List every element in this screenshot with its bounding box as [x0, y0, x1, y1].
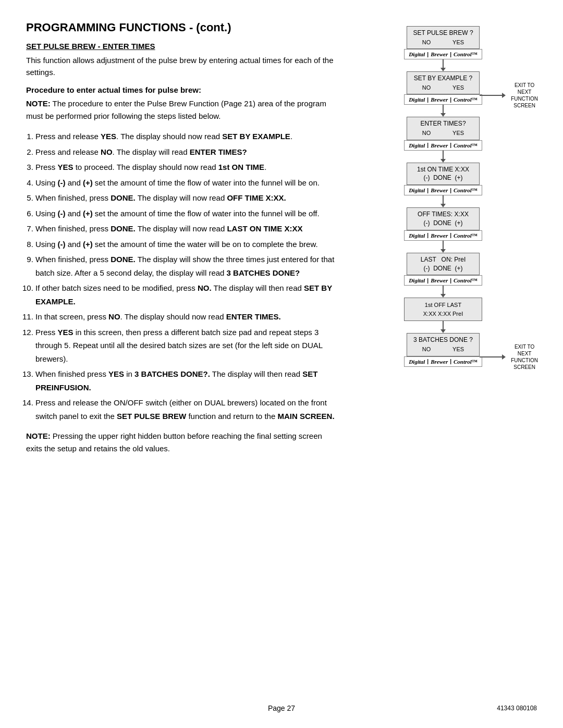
- brand-c-3: Control™: [454, 142, 478, 149]
- step-2: Press and release NO. The display will r…: [35, 145, 339, 159]
- page-number: Page 27: [268, 704, 295, 712]
- brand-d-2: Digital: [409, 96, 425, 103]
- step-7: When finished, press DONE. The display w…: [35, 222, 339, 236]
- brand-b-6: Brewer: [431, 277, 448, 283]
- fc-display-5: Digital | Brewer | Control™: [404, 230, 482, 241]
- fc-no-1: NO: [422, 39, 431, 46]
- brand-c-6: Control™: [454, 277, 478, 283]
- arrow-1: [440, 59, 446, 71]
- fc-label-4: 1st ON TIME X:XX: [411, 165, 475, 174]
- fc-unit-2: SET BY EXAMPLE ? NO YES Digital | Brewer…: [404, 71, 482, 105]
- arrow-4: [440, 195, 446, 207]
- brand-c-4: Control™: [454, 187, 478, 193]
- brand-d-6: Digital: [409, 277, 425, 283]
- fc-box-set-by-example: SET BY EXAMPLE ? NO YES: [407, 71, 480, 94]
- left-column: PROGRAMMING FUNCTIONS - (cont.) SET PULS…: [26, 21, 349, 455]
- fc-unit-5: OFF TIMES: X:XX (-) DONE (+) Digital | B…: [404, 207, 482, 241]
- fc-label-7: 3 BATCHES DONE ?: [411, 336, 475, 344]
- fc-no-3: NO: [422, 129, 431, 137]
- fc-yes-1: YES: [452, 39, 464, 46]
- brand-d-5: Digital: [409, 232, 425, 239]
- brand-c-2: Control™: [454, 96, 478, 103]
- step-9: When finished, press DONE. The display w…: [35, 253, 339, 279]
- doc-number: 41343 080108: [497, 705, 537, 712]
- note-block: NOTE: The procedure to enter the Pulse B…: [26, 97, 339, 122]
- fc-unit-1: SET PULSE BREW ? NO YES Digital | Brewer…: [404, 26, 482, 59]
- step-12: Press YES in this screen, then press a d…: [35, 326, 339, 366]
- arrow-3: [440, 151, 446, 163]
- fc-summary-line2: X:XX X:XX PreI: [410, 310, 476, 318]
- fc-box-1st-on-time: 1st ON TIME X:XX (-) DONE (+): [407, 163, 480, 186]
- fc-box-enter-times: ENTER TIMES? NO YES: [407, 117, 480, 140]
- brand-d-3: Digital: [409, 142, 425, 149]
- page-footer: Page 27 41343 080108: [0, 704, 563, 712]
- fc-box-off-times: OFF TIMES: X:XX (-) DONE (+): [407, 207, 480, 230]
- fc-box-3-batches: 3 BATCHES DONE ? NO YES: [407, 333, 480, 356]
- brand-c-1: Control™: [454, 51, 478, 57]
- fc-unit-7-wrapper: 3 BATCHES DONE ? NO YES Digital | Brewer…: [404, 333, 482, 366]
- brand-d-7: Digital: [409, 359, 425, 365]
- arrow-7: [440, 321, 446, 333]
- brand-b-1: Brewer: [431, 51, 448, 57]
- brand-b-5: Brewer: [431, 232, 448, 239]
- page-title: PROGRAMMING FUNCTIONS - (cont.): [26, 21, 339, 34]
- fc-unit-3: ENTER TIMES? NO YES Digital | Brewer | C…: [404, 117, 482, 150]
- fc-unit-summary: 1st OFF LAST X:XX X:XX PreI: [404, 298, 482, 321]
- fc-no-7: NO: [422, 346, 431, 353]
- note-text: The procedure to enter the Pulse Brew Fu…: [26, 99, 326, 120]
- arrow-2: [440, 105, 446, 117]
- exit-label-2: EXIT TONEXT FUNCTIONSCREEN: [508, 82, 541, 109]
- fc-unit-4: 1st ON TIME X:XX (-) DONE (+) Digital | …: [404, 163, 482, 196]
- note-label: NOTE:: [26, 99, 51, 108]
- step-6: Using (-) and (+) set the amount of time…: [35, 207, 339, 220]
- brand-d-4: Digital: [409, 187, 425, 193]
- steps-list: Press and release YES. The display shoul…: [35, 130, 339, 423]
- fc-display-6: Digital | Brewer | Control™: [404, 275, 482, 286]
- step-14: Press and release the ON/OFF switch (eit…: [35, 396, 339, 423]
- fc-label-5: OFF TIMES: X:XX: [411, 210, 475, 219]
- fc-box-set-pulse-brew: SET PULSE BREW ? NO YES: [407, 26, 480, 49]
- step-4: Using (-) and (+) set the amount of time…: [35, 176, 339, 190]
- brand-d-1: Digital: [409, 51, 425, 57]
- fc-box-last-on: LAST ON: PreI (-) DONE (+): [407, 253, 480, 276]
- fc-controls-6: (-) DONE (+): [411, 264, 475, 273]
- step-1: Press and release YES. The display shoul…: [35, 130, 339, 143]
- step-10: If other batch sizes need to be modified…: [35, 281, 339, 308]
- fc-label-1: SET PULSE BREW ?: [411, 29, 475, 38]
- fc-unit-7: 3 BATCHES DONE ? NO YES Digital | Brewer…: [404, 333, 482, 366]
- fc-label-2: SET BY EXAMPLE ?: [411, 74, 475, 83]
- brand-b-2: Brewer: [431, 96, 448, 103]
- fc-summary-box: 1st OFF LAST X:XX X:XX PreI: [404, 298, 482, 321]
- arrow-6: [440, 286, 446, 298]
- arrow-5: [440, 241, 446, 253]
- fc-yes-2: YES: [452, 84, 464, 92]
- fc-controls-5: (-) DONE (+): [411, 219, 475, 228]
- step-13: When finished press YES in 3 BATCHES DON…: [35, 367, 339, 394]
- procedure-title: Procedure to enter actual times for puls…: [26, 85, 339, 94]
- fc-yes-7: YES: [452, 346, 464, 353]
- brand-b-4: Brewer: [431, 187, 448, 193]
- right-column: SET PULSE BREW ? NO YES Digital | Brewer…: [349, 21, 537, 455]
- flowchart: SET PULSE BREW ? NO YES Digital | Brewer…: [349, 26, 537, 367]
- fc-yes-3: YES: [452, 129, 464, 137]
- fc-no-2: NO: [422, 84, 431, 92]
- exit-label-7: EXIT TONEXT FUNCTIONSCREEN: [508, 343, 541, 371]
- brand-b-3: Brewer: [431, 142, 448, 149]
- brand-c-5: Control™: [454, 232, 478, 239]
- note-bottom-text: Pressing the upper right hidden button b…: [26, 431, 322, 453]
- brand-c-7: Control™: [454, 359, 478, 365]
- fc-display-4: Digital | Brewer | Control™: [404, 185, 482, 195]
- fc-display-1: Digital | Brewer | Control™: [404, 49, 482, 59]
- fc-unit-6: LAST ON: PreI (-) DONE (+) Digital | Bre…: [404, 253, 482, 286]
- brand-b-7: Brewer: [431, 359, 448, 365]
- intro-text: This function allows adjustment of the p…: [26, 55, 339, 78]
- step-8: Using (-) and (+) set the amount of time…: [35, 238, 339, 251]
- exit-arrow-7: EXIT TONEXT FUNCTIONSCREEN: [480, 343, 541, 371]
- fc-label-3: ENTER TIMES?: [411, 119, 475, 128]
- section-title: SET PULSE BREW - ENTER TIMES: [26, 42, 339, 51]
- fc-controls-4: (-) DONE (+): [411, 174, 475, 182]
- step-3: Press YES to proceed. The display should…: [35, 161, 339, 174]
- note-bottom-label: NOTE:: [26, 431, 51, 440]
- fc-display-7: Digital | Brewer | Control™: [404, 356, 482, 367]
- fc-display-2: Digital | Brewer | Control™: [404, 94, 482, 105]
